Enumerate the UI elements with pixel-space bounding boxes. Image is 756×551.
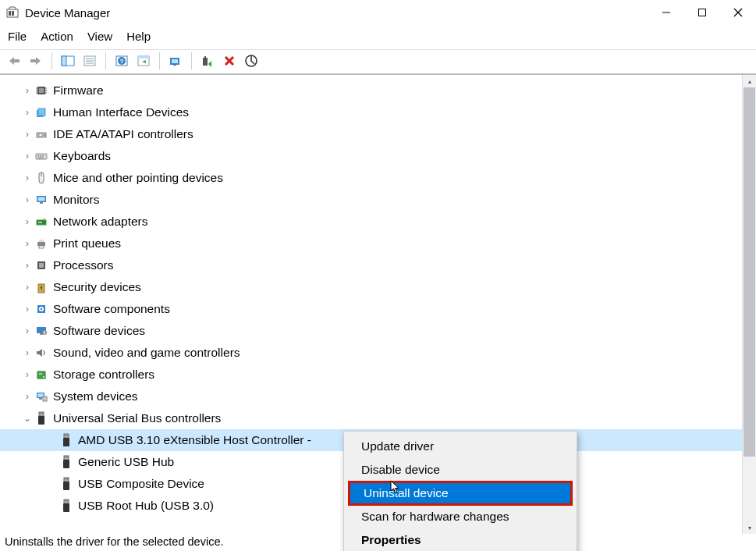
chevron-right-icon[interactable]: ›	[22, 282, 33, 293]
chevron-down-icon[interactable]: ⌄	[22, 413, 33, 424]
svg-rect-2	[12, 11, 14, 16]
tree-item-label: Software components	[53, 302, 170, 316]
context-menu-item[interactable]: Properties	[346, 528, 575, 551]
menu-action[interactable]: Action	[41, 30, 73, 43]
svg-rect-78	[63, 438, 69, 446]
scroll-thumb[interactable]	[744, 87, 755, 457]
tree-item-label: Monitors	[53, 193, 99, 207]
update-driver-button[interactable]	[198, 52, 217, 70]
tree-category[interactable]: ›System devices	[0, 386, 742, 407]
hid-icon	[34, 105, 48, 119]
context-menu: Update driverDisable deviceUninstall dev…	[343, 431, 577, 551]
tree-category[interactable]: ›Mice and other pointing devices	[0, 167, 742, 189]
chevron-right-icon[interactable]: ›	[22, 216, 33, 227]
chevron-right-icon[interactable]: ›	[22, 85, 33, 96]
tree-item-label: USB Root Hub (USB 3.0)	[78, 499, 214, 513]
chevron-right-icon[interactable]: ›	[22, 347, 33, 358]
show-hide-console-tree-button[interactable]	[59, 52, 77, 70]
svg-rect-87	[64, 499, 69, 503]
menu-file[interactable]: File	[8, 30, 27, 43]
tree-item-label: Universal Serial Bus controllers	[53, 411, 221, 425]
context-menu-item[interactable]: Disable device	[346, 458, 575, 482]
tree-category[interactable]: ›Sound, video and game controllers	[0, 342, 742, 364]
chevron-right-icon[interactable]: ›	[22, 391, 33, 402]
tree-category[interactable]: ›Storage controllers	[0, 364, 742, 386]
tree-category[interactable]: ⌄Universal Serial Bus controllers	[0, 407, 742, 429]
security-icon	[34, 280, 48, 294]
help-button[interactable]: ?	[112, 52, 131, 70]
svg-rect-39	[40, 155, 41, 157]
svg-rect-41	[38, 158, 44, 158]
context-menu-item[interactable]: Uninstall device	[348, 481, 573, 506]
svg-rect-50	[39, 240, 44, 242]
svg-rect-79	[64, 456, 69, 460]
svg-rect-81	[67, 457, 69, 458]
chevron-right-icon[interactable]: ›	[22, 304, 33, 315]
tree-category[interactable]: ›Human Interface Devices	[0, 101, 742, 123]
chevron-right-icon[interactable]: ›	[22, 238, 33, 249]
tree-item-label: Sound, video and game controllers	[53, 346, 240, 360]
tree-category[interactable]: ›Firmware	[0, 80, 742, 101]
menu-view[interactable]: View	[87, 30, 112, 43]
chevron-right-icon[interactable]: ›	[22, 369, 33, 380]
minimize-button[interactable]	[648, 0, 684, 25]
tree-category[interactable]: ›Security devices	[0, 276, 742, 298]
tree-category[interactable]: ›Print queues	[0, 233, 742, 254]
maximize-button[interactable]	[684, 0, 720, 25]
scan-hardware-button[interactable]	[166, 52, 185, 70]
disable-device-button[interactable]	[242, 52, 261, 70]
svg-rect-76	[65, 435, 66, 436]
svg-rect-40	[42, 155, 44, 157]
tree-category[interactable]: ›IDE ATA/ATAPI controllers	[0, 123, 742, 145]
svg-rect-22	[204, 56, 206, 59]
close-button[interactable]	[720, 0, 756, 25]
usb-icon	[59, 455, 73, 469]
tree-item-label: Mice and other pointing devices	[53, 171, 223, 185]
svg-rect-77	[67, 435, 69, 436]
svg-rect-65	[39, 373, 42, 375]
tree-category[interactable]: ›Software devices	[0, 320, 742, 342]
chevron-right-icon[interactable]: ›	[22, 129, 33, 140]
chevron-right-icon[interactable]: ›	[22, 107, 33, 118]
menubar: File Action View Help	[0, 25, 756, 49]
tree-item-label: USB Composite Device	[78, 477, 204, 491]
properties-button[interactable]	[80, 52, 99, 70]
tree-item-label: Human Interface Devices	[53, 105, 189, 119]
tree-category[interactable]: ›Software components	[0, 298, 742, 320]
svg-rect-45	[40, 202, 43, 204]
network-icon	[34, 215, 48, 229]
scroll-up-button[interactable]: ▴	[743, 75, 756, 87]
tree-category[interactable]: ›Monitors	[0, 189, 742, 211]
action-window-button[interactable]	[134, 52, 153, 70]
svg-rect-4	[699, 9, 706, 16]
forward-button[interactable]	[27, 52, 45, 70]
usb-icon	[59, 477, 73, 491]
tree-category[interactable]: ›Network adapters	[0, 211, 742, 233]
svg-rect-89	[67, 500, 69, 502]
svg-rect-44	[38, 197, 45, 201]
tree-category[interactable]: ›Keyboards	[0, 145, 742, 167]
svg-rect-86	[63, 482, 69, 490]
chevron-right-icon[interactable]: ›	[22, 325, 33, 336]
context-menu-item[interactable]: Scan for hardware changes	[346, 505, 575, 528]
usb-icon	[59, 433, 73, 447]
menu-help[interactable]: Help	[126, 30, 151, 43]
tree-item-label: Print queues	[53, 236, 121, 251]
vertical-scrollbar[interactable]: ▴ ▾	[742, 75, 756, 534]
svg-rect-80	[65, 457, 66, 458]
chevron-right-icon[interactable]: ›	[22, 151, 33, 162]
scroll-down-button[interactable]: ▾	[743, 521, 756, 534]
chevron-right-icon[interactable]: ›	[22, 260, 33, 271]
tree-item-label: Software devices	[53, 324, 145, 338]
titlebar: Device Manager	[0, 0, 756, 25]
back-button[interactable]	[5, 52, 23, 70]
chevron-right-icon[interactable]: ›	[22, 194, 33, 205]
svg-rect-83	[64, 478, 69, 482]
svg-rect-73	[42, 413, 44, 414]
ide-icon	[34, 127, 48, 141]
svg-rect-21	[203, 58, 208, 66]
tree-category[interactable]: ›Processors	[0, 254, 742, 276]
context-menu-item[interactable]: Update driver	[346, 435, 575, 458]
uninstall-device-button[interactable]	[220, 52, 239, 70]
chevron-right-icon[interactable]: ›	[22, 172, 33, 183]
